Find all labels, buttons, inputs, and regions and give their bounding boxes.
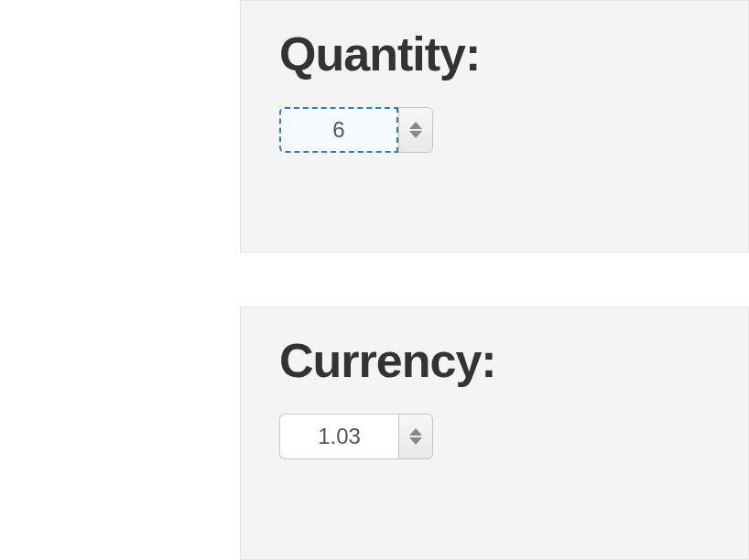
currency-panel: Currency: — [240, 307, 749, 560]
chevron-down-icon — [409, 437, 422, 445]
currency-spinner[interactable] — [398, 414, 433, 459]
quantity-stepper — [279, 107, 433, 153]
chevron-down-icon — [409, 131, 422, 138]
currency-stepper — [279, 414, 433, 459]
chevron-up-icon — [409, 428, 422, 436]
currency-input[interactable] — [279, 414, 398, 459]
quantity-input[interactable] — [279, 107, 398, 153]
quantity-panel: Quantity: — [240, 0, 749, 253]
currency-label: Currency: — [279, 333, 713, 388]
quantity-spinner[interactable] — [398, 107, 433, 153]
quantity-label: Quantity: — [279, 27, 713, 81]
chevron-up-icon — [409, 122, 422, 129]
